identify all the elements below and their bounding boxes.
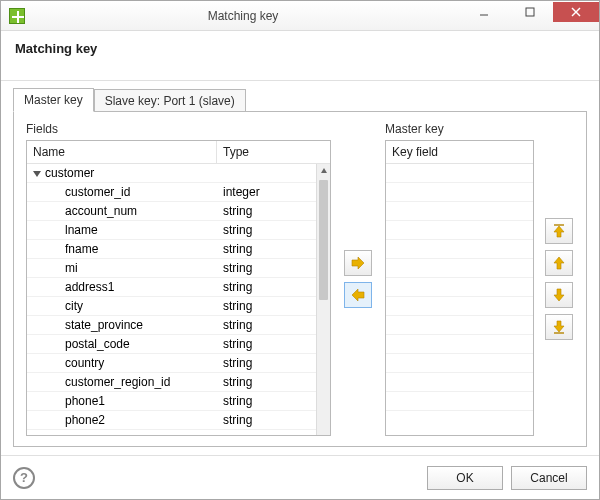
key-row-empty <box>386 316 533 335</box>
group-name: customer <box>45 166 94 180</box>
fields-row[interactable]: lnamestring <box>27 221 316 240</box>
dialog-footer: ? OK Cancel <box>1 455 599 499</box>
dialog-window: Matching key Matching key Master key Sl <box>0 0 600 500</box>
move-down-button[interactable] <box>545 282 573 308</box>
window-title: Matching key <box>25 9 461 23</box>
key-row-empty <box>386 164 533 183</box>
move-top-button[interactable] <box>545 218 573 244</box>
move-up-button[interactable] <box>545 250 573 276</box>
svg-marker-10 <box>554 289 564 301</box>
key-panel: Master key Key field <box>385 122 534 436</box>
arrow-bottom-icon <box>553 320 565 334</box>
ok-label: OK <box>456 471 473 485</box>
header-area: Matching key <box>1 31 599 81</box>
fields-row[interactable]: customer_idinteger <box>27 183 316 202</box>
remove-button[interactable] <box>344 282 372 308</box>
minimize-button[interactable] <box>461 2 507 22</box>
key-row-empty <box>386 202 533 221</box>
reorder-buttons <box>544 122 574 436</box>
fields-row[interactable]: phone1string <box>27 392 316 411</box>
key-row-empty <box>386 221 533 240</box>
arrow-left-icon <box>351 289 365 301</box>
app-icon <box>9 8 25 24</box>
key-label: Master key <box>385 122 534 136</box>
fields-row[interactable]: account_numstring <box>27 202 316 221</box>
titlebar: Matching key <box>1 1 599 31</box>
key-grid-body <box>386 164 533 435</box>
key-row-empty <box>386 183 533 202</box>
fields-label: Fields <box>26 122 331 136</box>
fields-row[interactable]: mistring <box>27 259 316 278</box>
fields-row[interactable]: state_provincestring <box>27 316 316 335</box>
tab-body: Fields Name Type customer customer_i <box>13 111 587 447</box>
fields-row[interactable]: postal_codestring <box>27 335 316 354</box>
column-header-keyfield[interactable]: Key field <box>386 141 533 163</box>
fields-row[interactable]: citystring <box>27 297 316 316</box>
arrow-top-icon <box>553 224 565 238</box>
column-header-name[interactable]: Name <box>27 141 217 163</box>
fields-grid: Name Type customer customer_idinteger ac… <box>26 140 331 436</box>
svg-marker-11 <box>554 321 564 332</box>
close-button[interactable] <box>553 2 599 22</box>
svg-rect-1 <box>526 8 534 16</box>
key-grid-header: Key field <box>386 141 533 164</box>
help-icon: ? <box>20 470 28 485</box>
svg-marker-5 <box>352 257 364 269</box>
cancel-label: Cancel <box>530 471 567 485</box>
tab-label: Master key <box>24 93 83 107</box>
dialog-heading: Matching key <box>15 41 585 56</box>
column-header-type[interactable]: Type <box>217 141 330 163</box>
key-row-empty <box>386 354 533 373</box>
key-row-empty <box>386 278 533 297</box>
svg-marker-6 <box>352 289 364 301</box>
key-row-empty <box>386 297 533 316</box>
maximize-button[interactable] <box>507 2 553 22</box>
key-row-empty <box>386 259 533 278</box>
fields-rows[interactable]: customer customer_idinteger account_nums… <box>27 164 316 435</box>
move-bottom-button[interactable] <box>545 314 573 340</box>
svg-marker-8 <box>554 226 564 237</box>
key-rows[interactable] <box>386 164 533 435</box>
key-row-empty <box>386 240 533 259</box>
help-button[interactable]: ? <box>13 467 35 489</box>
ok-button[interactable]: OK <box>427 466 503 490</box>
fields-row[interactable]: countrystring <box>27 354 316 373</box>
transfer-buttons <box>341 122 375 436</box>
fields-scrollbar[interactable] <box>316 164 330 435</box>
scroll-thumb[interactable] <box>319 180 328 300</box>
arrow-right-icon <box>351 257 365 269</box>
fields-grid-body: customer customer_idinteger account_nums… <box>27 164 330 435</box>
key-grid: Key field <box>385 140 534 436</box>
cancel-button[interactable]: Cancel <box>511 466 587 490</box>
svg-marker-9 <box>554 257 564 269</box>
fields-row[interactable]: address1string <box>27 278 316 297</box>
key-row-empty <box>386 335 533 354</box>
arrow-down-icon <box>553 288 565 302</box>
key-row-empty <box>386 373 533 392</box>
scroll-up-icon[interactable] <box>317 164 330 178</box>
fields-group-row[interactable]: customer <box>27 164 316 183</box>
collapse-icon[interactable] <box>33 171 41 177</box>
fields-row[interactable]: phone2string <box>27 411 316 430</box>
fields-row[interactable]: fnamestring <box>27 240 316 259</box>
tab-strip: Master key Slave key: Port 1 (slave) <box>1 81 599 111</box>
add-button[interactable] <box>344 250 372 276</box>
tab-label: Slave key: Port 1 (slave) <box>105 94 235 108</box>
fields-grid-header: Name Type <box>27 141 330 164</box>
arrow-up-icon <box>553 256 565 270</box>
fields-panel: Fields Name Type customer customer_i <box>26 122 331 436</box>
key-row-empty <box>386 392 533 411</box>
svg-marker-4 <box>321 168 327 173</box>
window-controls <box>461 1 599 30</box>
tab-slave-key[interactable]: Slave key: Port 1 (slave) <box>94 89 246 112</box>
tab-master-key[interactable]: Master key <box>13 88 94 112</box>
fields-row[interactable]: customer_region_idstring <box>27 373 316 392</box>
